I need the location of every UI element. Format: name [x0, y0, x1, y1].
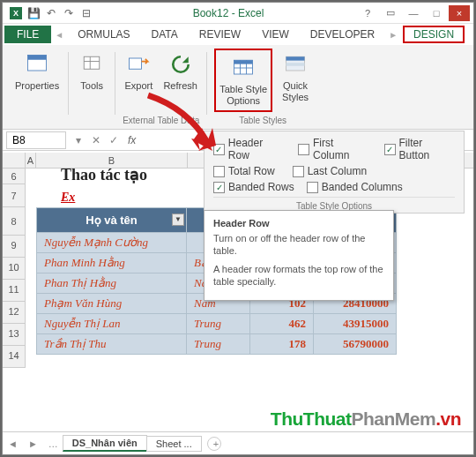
table-row: Nguyễn Thị LanTrung46243915000	[37, 314, 397, 334]
help-icon[interactable]: ?	[357, 5, 378, 21]
title-bar: X 💾 ↶ ↷ ⊟ Book12 - Excel ? ▭ — □ ×	[3, 3, 473, 24]
svg-rect-7	[234, 60, 253, 64]
svg-rect-13	[286, 63, 305, 66]
ribbon: Properties Tools	[3, 45, 473, 130]
system-controls: ? ▭ — □ ×	[357, 5, 473, 21]
opt-total-row[interactable]: Total Row	[213, 165, 275, 177]
group-label-styles: Table Styles	[214, 114, 311, 129]
svg-rect-2	[84, 56, 100, 69]
tab-view[interactable]: VIEW	[251, 26, 300, 43]
row-header[interactable]: 12	[3, 302, 26, 324]
svg-rect-12	[286, 56, 305, 60]
enter-formula-icon[interactable]: ✓	[105, 134, 123, 146]
ribbon-group-tools: Tools	[71, 49, 113, 129]
ribbon-group-external: Export Refresh External Table Data	[117, 49, 205, 129]
checkbox-icon: ✓	[384, 144, 396, 155]
tab-developer[interactable]: DEVELOPER	[300, 26, 385, 43]
sheet-nav-prev-icon[interactable]: ◄	[3, 438, 23, 449]
checkbox-icon: ✓	[213, 182, 225, 193]
checkbox-icon	[298, 144, 309, 155]
excel-window: X 💾 ↶ ↷ ⊟ Book12 - Excel ? ▭ — □ × FILE …	[2, 2, 474, 455]
opt-last-column[interactable]: Last Column	[293, 165, 367, 177]
tab-design[interactable]: DESIGN	[403, 26, 465, 43]
close-button[interactable]: ×	[449, 5, 470, 21]
checkbox-icon	[307, 182, 318, 193]
name-box[interactable]	[6, 131, 66, 149]
properties-button[interactable]: Properties	[13, 49, 61, 94]
redo-icon[interactable]: ↷	[63, 7, 75, 19]
opt-banded-rows[interactable]: ✓Banded Rows	[213, 181, 294, 193]
opt-filter-button[interactable]: ✓Filter Button	[384, 137, 455, 161]
col-header-a[interactable]: A	[26, 153, 36, 168]
namebox-dropdown-icon[interactable]: ▾	[70, 134, 87, 146]
svg-rect-5	[130, 58, 142, 69]
table-style-options-panel: ✓Header Row First Column ✓Filter Button …	[204, 131, 465, 214]
cancel-formula-icon[interactable]: ✕	[87, 134, 105, 146]
excel-icon: X	[10, 7, 22, 19]
row-header[interactable]: 10	[3, 258, 26, 280]
export-icon	[124, 50, 152, 79]
checkbox-icon: ✓	[213, 144, 225, 155]
tab-data[interactable]: DATA	[141, 26, 189, 43]
window-title: Book12 - Excel	[100, 7, 357, 19]
table-style-options-icon	[229, 54, 257, 82]
ribbon-options-icon[interactable]: ▭	[380, 5, 401, 21]
filter-dropdown-icon[interactable]: ▼	[172, 214, 184, 226]
row-header[interactable]: 6	[3, 169, 26, 184]
new-sheet-button[interactable]: +	[207, 437, 221, 451]
fx-icon[interactable]: fx	[123, 134, 141, 146]
checkbox-icon	[213, 166, 225, 177]
svg-rect-1	[28, 56, 47, 60]
row-header[interactable]: 8	[3, 207, 26, 236]
row-header[interactable]: 9	[3, 236, 26, 258]
tooltip-body: Turn on or off the header row of the tab…	[213, 232, 384, 258]
opt-banded-columns[interactable]: Banded Columns	[307, 181, 403, 193]
tools-icon	[78, 50, 106, 79]
col-header-name[interactable]: Họ và tên▼	[37, 208, 187, 233]
touch-mode-icon[interactable]: ⊟	[80, 7, 93, 19]
tab-scroll-right-icon[interactable]: ►	[385, 30, 401, 40]
tab-review[interactable]: REVIEW	[189, 26, 251, 43]
undo-icon[interactable]: ↶	[45, 7, 57, 19]
panel-label: Table Style Options	[213, 197, 455, 211]
table-style-options-button[interactable]: Table Style Options	[218, 52, 269, 109]
row-header[interactable]: 11	[3, 280, 26, 302]
tab-file[interactable]: FILE	[4, 26, 51, 43]
row-header[interactable]: 13	[3, 324, 26, 346]
properties-icon	[23, 50, 51, 79]
tooltip-title: Header Row	[213, 218, 384, 228]
sheet-nav-next-icon[interactable]: ►	[23, 438, 43, 449]
tooltip-body: A header row formats the top row of the …	[213, 263, 384, 288]
row-headers: 6 7 8 9 10 11 12 13 14	[3, 169, 26, 368]
refresh-icon	[167, 50, 195, 79]
sheet-tab-bar: ◄ ► … DS_Nhân viên Sheet ... +	[3, 431, 473, 454]
quick-styles-icon	[281, 50, 309, 79]
quick-access-toolbar: X 💾 ↶ ↷ ⊟	[3, 7, 100, 19]
table-row: Trần Thị ThuTrung17856790000	[37, 334, 397, 355]
tab-scroll-left-icon[interactable]: ◄	[51, 30, 67, 40]
export-button[interactable]: Export	[123, 49, 154, 94]
checkbox-icon	[293, 166, 304, 177]
opt-first-column[interactable]: First Column	[298, 137, 372, 161]
tab-formulas[interactable]: ORMULAS	[67, 26, 140, 43]
quick-styles-button[interactable]: Quick Styles	[279, 49, 311, 105]
sheet-tab[interactable]: Sheet ...	[146, 436, 202, 452]
refresh-button[interactable]: Refresh	[161, 49, 199, 94]
ribbon-group-table-styles: Table Style Options Quick Styles Table S…	[209, 49, 316, 129]
save-icon[interactable]: 💾	[27, 7, 40, 19]
tools-button[interactable]: Tools	[76, 49, 108, 94]
sheet-tab-active[interactable]: DS_Nhân viên	[63, 435, 147, 452]
sheet-nav-more-icon[interactable]: …	[43, 438, 63, 449]
tooltip-header-row: Header Row Turn on or off the header row…	[204, 210, 394, 301]
ribbon-group-properties: Properties	[8, 49, 66, 129]
ribbon-tabs: FILE ◄ ORMULAS DATA REVIEW VIEW DEVELOPE…	[3, 24, 473, 45]
row-header[interactable]: 7	[3, 184, 26, 207]
select-all-corner[interactable]	[3, 153, 26, 168]
maximize-button[interactable]: □	[426, 5, 447, 21]
row-header[interactable]: 14	[3, 346, 26, 368]
group-label-external: External Table Data	[123, 114, 199, 129]
minimize-button[interactable]: —	[403, 5, 424, 21]
highlight-annotation: Table Style Options	[214, 49, 272, 112]
opt-header-row[interactable]: ✓Header Row	[213, 137, 286, 161]
